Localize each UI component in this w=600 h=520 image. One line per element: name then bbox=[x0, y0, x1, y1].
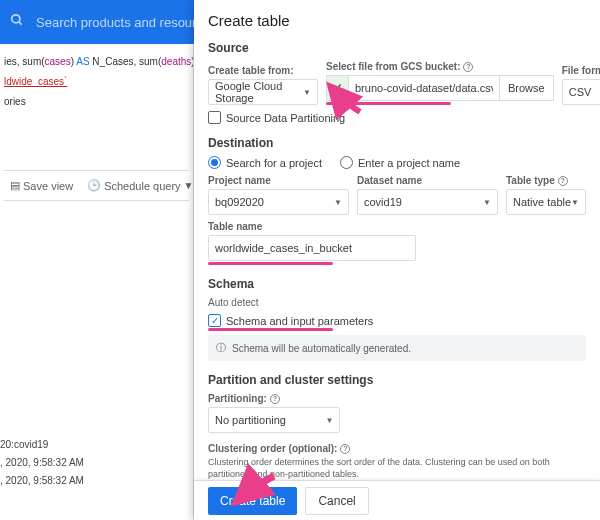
job-row: 20:covid19 bbox=[0, 436, 84, 454]
dataset-name-select[interactable]: covid19▼ bbox=[357, 189, 498, 215]
help-icon[interactable]: ? bbox=[270, 394, 280, 404]
editor-background: ies, sum(cases) AS N_Cases, sum(deaths) … bbox=[0, 44, 194, 520]
file-format-select[interactable]: CSV▼ bbox=[562, 79, 600, 105]
create-table-panel: Create table Source Create table from: G… bbox=[194, 0, 600, 520]
info-icon: ⓘ bbox=[216, 341, 226, 355]
clustering-label: Clustering order (optional): ? bbox=[208, 443, 586, 454]
schema-heading: Schema bbox=[208, 277, 586, 291]
destination-heading: Destination bbox=[208, 136, 586, 150]
sql-line-1: ies, sum(cases) AS N_Cases, sum(deaths) … bbox=[4, 54, 189, 70]
table-type-label: Table type ? bbox=[506, 175, 586, 186]
help-icon[interactable]: ? bbox=[558, 176, 568, 186]
chevron-down-icon: ▼ bbox=[303, 88, 311, 97]
partitioning-select[interactable]: No partitioning▼ bbox=[208, 407, 340, 433]
radio-enter-project[interactable]: Enter a project name bbox=[340, 156, 460, 169]
job-row: , 2020, 9:58:32 AM bbox=[0, 472, 84, 490]
browse-button[interactable]: Browse bbox=[500, 75, 554, 101]
table-name-input[interactable] bbox=[208, 235, 416, 261]
auto-detect-label: Auto detect bbox=[208, 297, 586, 308]
help-icon[interactable]: ? bbox=[463, 62, 473, 72]
chevron-down-icon: ▼ bbox=[334, 198, 342, 207]
schema-autodetect-checkbox[interactable]: ✓Schema and input parameters bbox=[208, 314, 586, 327]
panel-footer: Create table Cancel bbox=[194, 480, 600, 520]
create-table-button[interactable]: Create table bbox=[208, 487, 297, 515]
table-name-label: Table name bbox=[208, 221, 586, 232]
file-format-label: File format: bbox=[562, 65, 600, 76]
panel-title: Create table bbox=[208, 12, 586, 29]
chevron-down-icon: ▼ bbox=[483, 198, 491, 207]
help-icon[interactable]: ? bbox=[340, 444, 350, 454]
partition-heading: Partition and cluster settings bbox=[208, 373, 586, 387]
dataset-name-label: Dataset name bbox=[357, 175, 498, 186]
svg-line-1 bbox=[19, 22, 22, 25]
project-name-select[interactable]: bq092020▼ bbox=[208, 189, 349, 215]
job-history: 20:covid19 , 2020, 9:58:32 AM , 2020, 9:… bbox=[0, 436, 84, 490]
schema-info: ⓘSchema will be automatically generated. bbox=[208, 335, 586, 361]
query-toolbar: ▤ Save view 🕒 Schedule query ▼ ✿ More ▼ bbox=[4, 170, 189, 201]
source-heading: Source bbox=[208, 41, 586, 55]
cancel-button[interactable]: Cancel bbox=[305, 487, 368, 515]
gcs-file-input[interactable] bbox=[348, 75, 500, 101]
chevron-down-icon: ▼ bbox=[325, 416, 333, 425]
search-placeholder[interactable]: Search products and resources bbox=[36, 15, 217, 30]
schedule-query-button[interactable]: 🕒 Schedule query ▼ bbox=[83, 177, 194, 194]
sql-line-3: ories bbox=[4, 94, 189, 110]
source-partitioning-checkbox[interactable]: Source Data Partitioning bbox=[208, 111, 586, 124]
table-type-select[interactable]: Native table▼ bbox=[506, 189, 586, 215]
create-from-select[interactable]: Google Cloud Storage▼ bbox=[208, 79, 318, 105]
gcs-file-label: Select file from GCS bucket:? bbox=[326, 61, 554, 72]
save-view-button[interactable]: ▤ Save view bbox=[6, 177, 77, 194]
gcs-valid-icon: ✓ bbox=[326, 75, 348, 101]
partitioning-label: Partitioning: ? bbox=[208, 393, 586, 404]
search-icon[interactable] bbox=[10, 13, 24, 31]
sql-line-2: ldwide_cases` bbox=[4, 74, 189, 90]
svg-point-0 bbox=[12, 15, 20, 23]
project-name-label: Project name bbox=[208, 175, 349, 186]
radio-search-project[interactable]: Search for a project bbox=[208, 156, 322, 169]
create-from-label: Create table from: bbox=[208, 65, 318, 76]
job-row: , 2020, 9:58:32 AM bbox=[0, 454, 84, 472]
clustering-hint: Clustering order determines the sort ord… bbox=[208, 457, 586, 480]
chevron-down-icon: ▼ bbox=[571, 198, 579, 207]
